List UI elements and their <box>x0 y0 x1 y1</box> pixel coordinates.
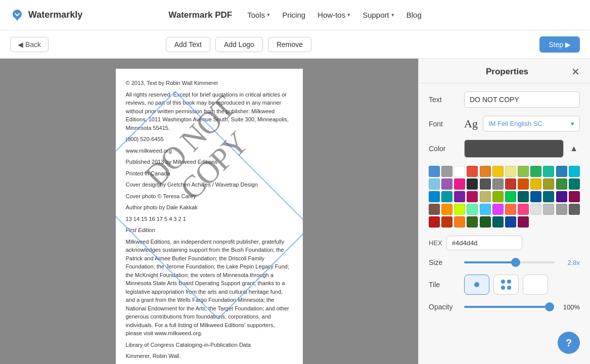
color-swatch-14[interactable] <box>454 178 465 190</box>
color-swatch-35[interactable] <box>569 191 580 202</box>
size-slider-thumb[interactable] <box>511 258 520 267</box>
color-swatch-7[interactable] <box>518 166 529 177</box>
color-swatch-3[interactable] <box>467 166 478 177</box>
color-swatch-0[interactable] <box>429 166 440 177</box>
tile-spread-button[interactable] <box>523 275 548 295</box>
nav-pricing[interactable]: Pricing <box>282 11 305 19</box>
remove-button[interactable]: Remove <box>268 37 311 52</box>
color-expand-button[interactable]: ▲ <box>568 142 580 155</box>
color-swatch-52[interactable] <box>480 216 491 228</box>
help-button[interactable]: ? <box>558 332 580 354</box>
color-swatch-32[interactable] <box>530 191 541 202</box>
color-swatch-15[interactable] <box>467 178 478 190</box>
add-logo-button[interactable]: Add Logo <box>215 37 263 52</box>
color-swatch-20[interactable] <box>530 178 541 190</box>
step-button[interactable]: Step ▶ <box>539 36 580 53</box>
doc-line-11: First Edition <box>126 226 293 235</box>
size-slider-fill <box>464 261 516 263</box>
color-swatch-39[interactable] <box>467 204 478 215</box>
color-swatch-12[interactable] <box>429 178 440 190</box>
color-swatch-55[interactable] <box>518 216 529 228</box>
color-swatch-23[interactable] <box>569 178 580 190</box>
color-swatch-24[interactable] <box>429 191 440 202</box>
doc-line-1: © 2013, Text by Robin Wall Kimmerer <box>126 79 293 87</box>
tile-quad-dots <box>501 280 511 290</box>
color-swatch-4[interactable] <box>480 166 491 177</box>
color-swatch-28[interactable] <box>480 191 491 202</box>
size-row: Size 2.8x <box>429 258 580 266</box>
tile-dot-2 <box>507 280 511 284</box>
font-selector-button[interactable]: IM Fell English SC ▾ <box>483 116 580 131</box>
font-label: Font <box>429 120 464 128</box>
color-swatch-36[interactable] <box>429 204 440 215</box>
color-swatch-33[interactable] <box>543 191 554 202</box>
color-swatch-1[interactable] <box>441 166 452 177</box>
color-swatch-53[interactable] <box>492 216 504 228</box>
color-swatch-29[interactable] <box>492 191 504 202</box>
color-swatch-30[interactable] <box>505 191 516 202</box>
color-swatch-51[interactable] <box>467 216 478 228</box>
color-swatch-21[interactable] <box>543 178 554 190</box>
add-text-button[interactable]: Add Text <box>166 37 210 52</box>
color-swatch-6[interactable] <box>505 166 516 177</box>
size-slider-track[interactable] <box>464 261 555 263</box>
color-swatch-37[interactable] <box>441 204 452 215</box>
color-swatch-8[interactable] <box>530 166 541 177</box>
color-swatch-16[interactable] <box>480 178 491 190</box>
opacity-value: 100% <box>555 303 580 311</box>
color-swatch-5[interactable] <box>492 166 504 177</box>
color-swatch-26[interactable] <box>454 191 465 202</box>
opacity-slider-fill <box>464 306 550 308</box>
color-preview[interactable] <box>464 140 564 158</box>
opacity-slider-thumb[interactable] <box>545 302 554 311</box>
header: Watermarkly Watermark PDF Tools ▾ Pricin… <box>0 0 590 30</box>
color-swatch-34[interactable] <box>556 191 567 202</box>
color-section: Color ▲ HEX <box>429 140 580 250</box>
doc-line-14: Kimmerer, Robin Wall. <box>126 352 293 360</box>
logo-icon <box>10 8 24 22</box>
color-swatch-49[interactable] <box>441 216 452 228</box>
color-swatch-54[interactable] <box>505 216 516 228</box>
color-swatch-9[interactable] <box>543 166 554 177</box>
color-swatch-50[interactable] <box>454 216 465 228</box>
color-swatch-41[interactable] <box>492 204 504 215</box>
color-swatch-19[interactable] <box>518 178 529 190</box>
tile-single-button[interactable] <box>464 275 489 295</box>
color-swatch-2[interactable] <box>454 166 465 177</box>
color-swatch-25[interactable] <box>441 191 452 202</box>
nav-support[interactable]: Support ▾ <box>362 11 394 19</box>
text-input[interactable] <box>464 92 580 108</box>
color-swatch-22[interactable] <box>556 178 567 190</box>
doc-line-2: All rights reserved. Except for brief qu… <box>126 90 293 132</box>
color-swatch-40[interactable] <box>480 204 491 215</box>
nav-center: Watermark PDF Tools ▾ Pricing How-tos ▾ … <box>168 10 421 20</box>
color-swatch-13[interactable] <box>441 178 452 190</box>
color-swatch-43[interactable] <box>518 204 529 215</box>
color-swatch-47[interactable] <box>569 204 580 215</box>
color-swatch-48[interactable] <box>429 216 440 228</box>
color-swatch-18[interactable] <box>505 178 516 190</box>
nav-tools[interactable]: Tools ▾ <box>247 11 270 19</box>
doc-line-8: Cover photo © Teresa Carey <box>126 192 293 201</box>
color-label: Color <box>429 145 464 153</box>
font-sample: Ag <box>464 117 478 130</box>
color-swatch-46[interactable] <box>556 204 567 215</box>
color-swatch-11[interactable] <box>569 166 580 177</box>
nav-howtos[interactable]: How-tos ▾ <box>317 11 350 19</box>
back-button[interactable]: ◀ Back <box>10 37 49 52</box>
hex-input[interactable] <box>446 236 522 250</box>
color-swatch-31[interactable] <box>518 191 529 202</box>
tile-quad-button[interactable] <box>493 275 519 295</box>
color-swatch-44[interactable] <box>530 204 541 215</box>
color-swatch-38[interactable] <box>454 204 465 215</box>
tile-dot-3 <box>501 286 505 290</box>
opacity-slider-track[interactable] <box>464 306 550 308</box>
close-button[interactable]: ✕ <box>571 67 580 77</box>
color-swatch-27[interactable] <box>467 191 478 202</box>
color-swatch-42[interactable] <box>505 204 516 215</box>
nav-blog[interactable]: Blog <box>406 11 422 19</box>
color-swatch-45[interactable] <box>543 204 554 215</box>
font-dropdown-icon: ▾ <box>571 120 574 127</box>
color-swatch-10[interactable] <box>556 166 567 177</box>
color-swatch-17[interactable] <box>492 178 504 190</box>
